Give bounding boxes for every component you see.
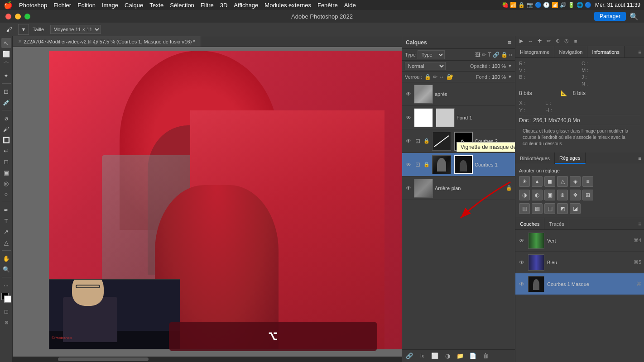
delete-layer-button[interactable]: 🗑 xyxy=(481,352,490,361)
layer-eye-fond1[interactable]: 👁 xyxy=(405,114,412,121)
move-tool[interactable]: ↖ xyxy=(1,38,11,48)
more-tools[interactable]: ··· xyxy=(1,280,11,290)
couches-panel-menu[interactable]: ≡ xyxy=(635,221,644,227)
reglage-icon-shadows[interactable]: ◩ xyxy=(557,203,568,214)
menu-image[interactable]: Image xyxy=(102,2,118,9)
reglage-icon-vibrance[interactable]: ◈ xyxy=(570,176,581,187)
blend-mode-select[interactable]: Normal xyxy=(405,62,446,70)
tab-histogramme[interactable]: Histogramme xyxy=(515,46,554,57)
filter-toggle[interactable]: ○ xyxy=(509,52,512,58)
text-tool[interactable]: T xyxy=(1,216,11,226)
new-layer-button[interactable]: 📄 xyxy=(468,352,477,361)
layer-eye-arriere-plan[interactable]: 👁 xyxy=(405,185,412,192)
apple-menu[interactable]: 🍎 xyxy=(4,1,13,10)
reglage-icon-color-lookup[interactable]: ⊕ xyxy=(557,190,568,200)
shape-tool[interactable]: △ xyxy=(1,238,11,248)
mini-tool-7[interactable]: ≡ xyxy=(572,37,580,45)
fx-button[interactable]: fx xyxy=(418,352,427,361)
reglage-icon-selective-color[interactable]: ◫ xyxy=(544,203,555,214)
menu-fenetre[interactable]: Fenêtre xyxy=(317,2,338,9)
layer-item-apres[interactable]: 👁 après xyxy=(402,82,515,106)
reglage-icon-channel-mixer[interactable]: ▣ xyxy=(544,190,555,200)
menu-selection[interactable]: Sélection xyxy=(170,2,194,9)
lock-icon-1[interactable]: 🔒 xyxy=(424,74,431,80)
menu-calque[interactable]: Calque xyxy=(125,2,143,9)
couche-eye-vert[interactable]: 👁 xyxy=(518,237,525,244)
type-select[interactable]: Type xyxy=(418,50,445,59)
mini-tool-5[interactable]: ⊕ xyxy=(553,37,562,45)
menu-texte[interactable]: Texte xyxy=(149,2,163,9)
taille-select[interactable]: Moyenne 11 × 11 xyxy=(50,25,101,34)
reglages-panel-menu[interactable]: ≡ xyxy=(635,155,644,162)
reglage-icon-posterize[interactable]: ⊞ xyxy=(582,190,593,200)
zoom-tool[interactable]: 🔍 xyxy=(1,264,11,274)
pen-tool[interactable]: ✒ xyxy=(1,205,11,215)
menu-affichage[interactable]: Affichage xyxy=(234,2,258,9)
opacity-chevron[interactable]: ▼ xyxy=(508,63,512,68)
mini-tool-1[interactable]: ▶ xyxy=(517,37,525,45)
tab-traces[interactable]: Tracés xyxy=(544,218,569,229)
quick-mask[interactable]: ◫ xyxy=(1,306,11,316)
history-brush[interactable]: ↩ xyxy=(1,146,11,156)
couche-item-bleu[interactable]: 👁 Bleu ⌘5 xyxy=(515,252,644,273)
mini-tool-6[interactable]: ◎ xyxy=(562,37,571,45)
tab-bibliotheques[interactable]: Bibliothèques xyxy=(515,152,555,164)
menu-edition[interactable]: Edition xyxy=(77,2,96,9)
filter-icon-1[interactable]: 🖼 xyxy=(475,52,481,58)
tab-couches[interactable]: Couches xyxy=(515,218,544,229)
healing-brush[interactable]: ⌀ xyxy=(1,113,11,123)
layers-panel-menu-icon[interactable]: ≡ xyxy=(508,39,511,46)
magic-wand-tool[interactable]: ✦ xyxy=(1,71,11,81)
layer-item-courbes2[interactable]: 👁 ⊡ 🔒 ↖ Courbes 2 Vignette xyxy=(402,129,515,153)
fg-bg-swatch[interactable] xyxy=(1,293,11,303)
stamp-tool[interactable]: 🔳 xyxy=(1,135,11,145)
reglage-icon-invert[interactable]: ❖ xyxy=(570,190,581,200)
hand-tool[interactable]: ✋ xyxy=(1,253,11,263)
minimize-button[interactable] xyxy=(15,14,21,19)
layer-mask-thumb-courbes1[interactable] xyxy=(454,155,473,174)
lasso-tool[interactable]: ⌒ xyxy=(1,60,11,70)
menu-filtre[interactable]: Filtre xyxy=(201,2,214,9)
couche-eye-courbes1masque[interactable]: 👁 xyxy=(518,281,525,288)
blur-tool[interactable]: ◎ xyxy=(1,178,11,188)
path-select[interactable]: ↗ xyxy=(1,227,11,237)
menu-3d[interactable]: 3D xyxy=(220,2,228,9)
tab-navigation[interactable]: Navigation xyxy=(554,46,587,57)
couche-item-courbes1masque[interactable]: 👁 Courbes 1 Masque ⌘ xyxy=(515,273,644,295)
reglage-icon-hdr[interactable]: ◪ xyxy=(570,203,581,214)
couche-eye-bleu[interactable]: 👁 xyxy=(518,259,525,266)
layer-item-courbes1[interactable]: 👁 ⊡ 🔒 xyxy=(402,153,515,176)
canvas-area[interactable]: ©Photoshop ⌥ xyxy=(13,47,402,357)
menu-modules[interactable]: Modules externes xyxy=(264,2,311,9)
reglage-icon-threshold[interactable]: ▥ xyxy=(519,203,530,214)
marquee-tool[interactable]: ⬜ xyxy=(1,49,11,59)
gradient-tool[interactable]: ▣ xyxy=(1,167,11,177)
layer-mask-thumb-courbes2[interactable]: ↖ xyxy=(454,132,473,151)
mini-tool-3[interactable]: ✚ xyxy=(535,37,543,45)
layer-item-fond1[interactable]: 👁 Fond 1 xyxy=(402,106,515,129)
close-button[interactable] xyxy=(5,14,11,19)
link-button[interactable]: 🔗 xyxy=(405,352,414,361)
dodge-tool[interactable]: ○ xyxy=(1,189,11,199)
filter-icon-3[interactable]: T xyxy=(488,52,491,58)
reglage-icon-brightness[interactable]: ☀ xyxy=(519,176,530,187)
layer-eye-courbes1[interactable]: 👁 xyxy=(405,161,412,168)
menu-aide[interactable]: Aide xyxy=(344,2,356,9)
lock-icon-4[interactable]: 🔐 xyxy=(447,74,453,80)
canvas-scrollbar[interactable] xyxy=(13,357,402,362)
tab-informations[interactable]: Informations xyxy=(587,46,625,57)
document-tab[interactable]: ✕ 2Z2A7047-Modifier-video-v2.tif @ 57,5 … xyxy=(13,36,201,47)
lock-icon-2[interactable]: ✏ xyxy=(433,74,437,80)
scrollbar-thumb[interactable] xyxy=(58,357,149,361)
eraser-tool[interactable]: ◻ xyxy=(1,157,11,167)
background-color[interactable] xyxy=(4,295,11,303)
fond-chevron[interactable]: ▼ xyxy=(508,74,512,79)
reglage-icon-levels[interactable]: ▲ xyxy=(532,176,543,187)
group-button[interactable]: 📁 xyxy=(456,352,465,361)
partager-button[interactable]: Partager xyxy=(594,12,626,21)
reglage-icon-exposure[interactable]: △ xyxy=(557,176,568,187)
filter-icon-2[interactable]: ✏ xyxy=(482,52,486,58)
mask-button[interactable]: ⬜ xyxy=(430,352,439,361)
eyedropper-tool[interactable]: 💉 xyxy=(1,97,11,107)
tab-reglages[interactable]: Réglages xyxy=(555,152,585,164)
